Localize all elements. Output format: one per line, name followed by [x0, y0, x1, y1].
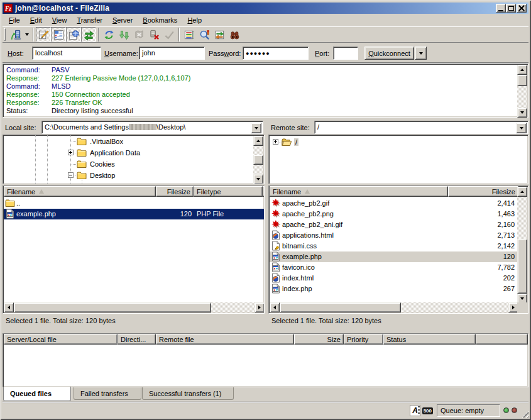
- cell-filesize: 2,160: [448, 221, 515, 228]
- column-header-priority[interactable]: Priority: [344, 334, 383, 345]
- toggle-log-view-icon: [38, 29, 50, 41]
- scrollbar-thumb[interactable]: [517, 75, 527, 86]
- refresh-button[interactable]: [101, 27, 116, 42]
- column-header-filename[interactable]: Filename: [4, 186, 156, 197]
- local-tree-scrollbar[interactable]: [253, 136, 263, 184]
- file-row[interactable]: applications.html2,713: [270, 230, 518, 241]
- file-row[interactable]: favicon.ico7,782: [270, 262, 518, 273]
- scrollbar-thumb[interactable]: [14, 302, 211, 312]
- column-header-status[interactable]: Status: [383, 334, 476, 345]
- column-header-last-modified[interactable]: L: [263, 186, 265, 197]
- expand-plus-icon[interactable]: [273, 139, 278, 145]
- cell-filename: index.html: [282, 274, 448, 282]
- scroll-down-button[interactable]: [517, 108, 527, 118]
- collapse-minus-icon[interactable]: [68, 172, 74, 178]
- menu-item-bookmarks[interactable]: Bookmarks: [138, 15, 182, 26]
- column-header-size[interactable]: Size: [294, 334, 344, 345]
- log-type-label: Command:: [6, 66, 52, 74]
- toggle-log-view-button[interactable]: [36, 27, 51, 42]
- tree-item[interactable]: .VirtualBox: [3, 136, 264, 147]
- tab-queued-files[interactable]: Queued files: [3, 387, 71, 401]
- expand-plus-icon[interactable]: [68, 150, 74, 155]
- scrollbar-thumb[interactable]: [253, 155, 263, 165]
- file-row[interactable]: index.php267: [270, 284, 518, 294]
- close-button[interactable]: [517, 4, 527, 13]
- username-input[interactable]: john: [139, 47, 205, 60]
- remote-site-combo[interactable]: /: [314, 121, 528, 134]
- local-horizontal-scrollbar[interactable]: [4, 302, 265, 312]
- menu-item-server[interactable]: Server: [107, 15, 138, 26]
- scroll-up-button[interactable]: [253, 136, 263, 146]
- toggle-remote-tree-button[interactable]: [66, 27, 81, 42]
- reconnect-button[interactable]: [161, 27, 177, 42]
- tree-item[interactable]: Desktop: [3, 170, 264, 181]
- site-manager-button[interactable]: [8, 27, 23, 42]
- scroll-left-button[interactable]: [4, 302, 14, 312]
- disconnect-button[interactable]: [146, 27, 161, 42]
- menu-item-edit[interactable]: Edit: [25, 15, 47, 26]
- cell-filesize: 202: [448, 274, 515, 282]
- local-site-combo[interactable]: C:\Documents and Settings\Desktop\: [41, 121, 263, 134]
- port-input[interactable]: [333, 47, 358, 60]
- column-header-filetype[interactable]: Filetype: [194, 186, 263, 197]
- file-row[interactable]: apache_pb2.png1,463: [270, 209, 518, 219]
- host-input[interactable]: localhost: [32, 47, 101, 60]
- directory-comparison-button[interactable]: [197, 27, 212, 42]
- password-input[interactable]: ●●●●●●: [243, 47, 309, 60]
- find-files-button[interactable]: [227, 27, 242, 42]
- toggle-local-tree-button[interactable]: [51, 27, 66, 42]
- cancel-operation-button[interactable]: [131, 27, 146, 42]
- process-queue-button[interactable]: [116, 27, 131, 42]
- file-row[interactable]: apache_pb2_ani.gif2,160: [270, 219, 518, 230]
- remote-vertical-scrollbar[interactable]: [517, 187, 527, 304]
- column-header-filename[interactable]: Filename: [270, 186, 448, 197]
- minimize-button[interactable]: [496, 4, 506, 13]
- column-header-filesize[interactable]: Filesize: [448, 186, 518, 197]
- toolbar-grip[interactable]: [4, 28, 6, 41]
- file-row[interactable]: apache_pb2.gif2,414: [270, 198, 518, 209]
- toggle-queue-view-button[interactable]: [81, 27, 96, 42]
- remote-site-dropdown-button[interactable]: [516, 123, 527, 133]
- scroll-up-button[interactable]: [517, 65, 527, 75]
- synchronized-browsing-button[interactable]: [212, 27, 227, 42]
- tab-successful-transfers-1[interactable]: Successful transfers (1): [142, 387, 234, 400]
- file-row[interactable]: bitnami.css2,142: [270, 241, 518, 251]
- tree-item[interactable]: Application Data: [3, 147, 264, 158]
- directory-filter-button[interactable]: [182, 27, 197, 42]
- column-header-remote-file[interactable]: Remote file: [156, 334, 294, 345]
- chevron-down-icon: [520, 127, 523, 130]
- tab-failed-transfers[interactable]: Failed transfers: [74, 387, 141, 400]
- scroll-right-button[interactable]: [255, 302, 265, 312]
- directory-comparison-icon: [199, 29, 211, 41]
- menu-item-help[interactable]: Help: [182, 15, 207, 26]
- quickconnect-button[interactable]: Quickconnect: [364, 47, 414, 60]
- scroll-up-button[interactable]: [517, 187, 527, 197]
- local-site-dropdown-button[interactable]: [251, 123, 261, 133]
- message-log: Command:PASVResponse:227 Entering Passiv…: [3, 64, 528, 118]
- tree-guide: [70, 164, 76, 165]
- file-row[interactable]: example.php120PHP File1: [4, 209, 265, 219]
- scroll-left-button[interactable]: [270, 302, 280, 312]
- quickconnect-dropdown-button[interactable]: [415, 47, 427, 60]
- tree-item[interactable]: Cookies: [3, 158, 264, 170]
- menu-item-view[interactable]: View: [47, 15, 72, 26]
- maximize-button[interactable]: [506, 4, 516, 13]
- scroll-down-button[interactable]: [253, 174, 263, 184]
- menu-item-transfer[interactable]: Transfer: [72, 15, 107, 26]
- menu-item-file[interactable]: File: [4, 15, 25, 26]
- column-header-blank[interactable]: [476, 334, 528, 345]
- tree-item[interactable]: /: [269, 136, 528, 148]
- file-row[interactable]: ..: [4, 198, 265, 209]
- column-header-filesize[interactable]: Filesize: [156, 186, 194, 197]
- resize-grip[interactable]: [520, 409, 528, 417]
- column-header-server-local-file[interactable]: Server/Local file: [4, 334, 118, 345]
- scrollbar-thumb[interactable]: [517, 239, 527, 294]
- log-scrollbar[interactable]: [517, 65, 527, 118]
- username-label: Username:: [104, 50, 138, 57]
- site-manager-dropdown-button[interactable]: [23, 27, 31, 42]
- file-row[interactable]: example.php120: [270, 251, 518, 262]
- remote-horizontal-scrollbar[interactable]: [270, 302, 518, 312]
- scrollbar-thumb[interactable]: [280, 302, 401, 312]
- column-header-direction[interactable]: Directi...: [118, 334, 156, 345]
- file-row[interactable]: index.html202: [270, 273, 518, 284]
